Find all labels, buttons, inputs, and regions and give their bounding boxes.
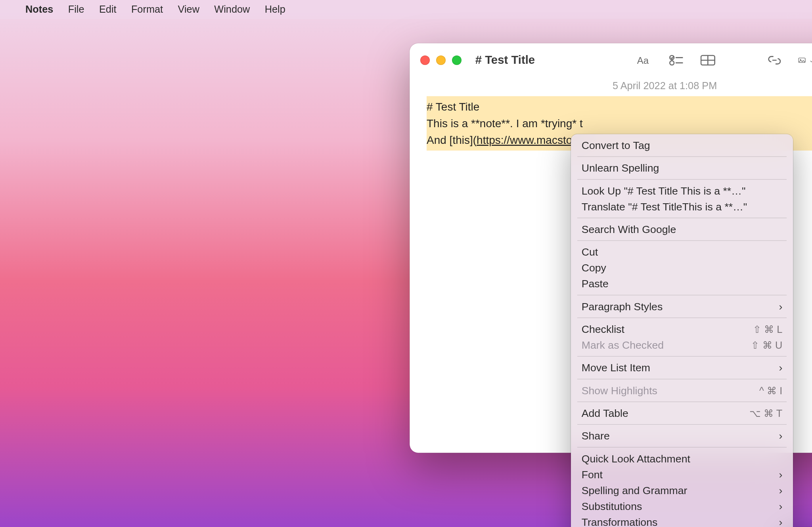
chevron-right-icon: › <box>779 484 782 496</box>
zoom-button[interactable] <box>452 55 462 65</box>
close-button[interactable] <box>420 55 430 65</box>
menubar: Notes File Edit Format View Window Help … <box>0 0 812 19</box>
menubar-file[interactable]: File <box>61 4 92 15</box>
menubar-app-name[interactable]: Notes <box>18 4 61 15</box>
window-titlebar[interactable]: # Test Title Aa ⌄ ⌄ <box>410 43 812 77</box>
svg-text:Aa: Aa <box>637 55 649 66</box>
media-icon[interactable]: ⌄ <box>798 52 812 68</box>
context-menu: Convert to Tag Unlearn Spelling Look Up … <box>571 134 793 527</box>
menubar-help[interactable]: Help <box>257 4 293 15</box>
separator <box>577 218 787 218</box>
separator <box>577 379 787 379</box>
note-link[interactable]: https://www.macstorie <box>477 134 584 146</box>
chevron-right-icon: › <box>779 362 782 374</box>
separator <box>577 157 787 157</box>
menubar-edit[interactable]: Edit <box>92 4 124 15</box>
ctx-mark-checked: Mark as Checked⇧ ⌘ U <box>571 337 793 353</box>
chevron-right-icon: › <box>779 468 782 481</box>
separator <box>577 241 787 241</box>
separator <box>577 317 787 318</box>
ctx-spelling[interactable]: Spelling and Grammar› <box>571 482 793 498</box>
separator <box>577 179 787 179</box>
ctx-share[interactable]: Share› <box>571 428 793 444</box>
chevron-right-icon: › <box>779 500 782 512</box>
note-line-1: # Test Title <box>427 98 812 115</box>
chevron-right-icon: › <box>779 300 782 313</box>
toolbar: Aa ⌄ ⌄ <box>636 52 812 68</box>
traffic-lights <box>420 55 462 65</box>
ctx-translate[interactable]: Translate "# Test TitleThis is a **…" <box>571 199 793 214</box>
minimize-button[interactable] <box>436 55 446 65</box>
ctx-quick-look[interactable]: Quick Look Attachment <box>571 451 793 466</box>
ctx-search-google[interactable]: Search With Google <box>571 221 793 237</box>
ctx-paragraph-styles[interactable]: Paragraph Styles› <box>571 298 793 314</box>
ctx-convert-to-tag[interactable]: Convert to Tag <box>571 137 793 153</box>
table-icon[interactable] <box>700 52 716 68</box>
ctx-transformations[interactable]: Transformations› <box>571 514 793 527</box>
ctx-cut[interactable]: Cut <box>571 244 793 260</box>
menubar-window[interactable]: Window <box>207 4 257 15</box>
ctx-move-list-item[interactable]: Move List Item› <box>571 360 793 376</box>
link-icon[interactable] <box>766 52 782 68</box>
ctx-add-table[interactable]: Add Table⌥ ⌘ T <box>571 405 793 421</box>
separator <box>577 356 787 357</box>
ctx-checklist[interactable]: Checklist⇧ ⌘ L <box>571 321 793 337</box>
separator <box>577 424 787 425</box>
ctx-show-highlights: Show Highlights^ ⌘ I <box>571 382 793 398</box>
ctx-unlearn-spelling[interactable]: Unlearn Spelling <box>571 160 793 176</box>
ctx-copy[interactable]: Copy <box>571 260 793 276</box>
separator <box>577 401 787 402</box>
svg-point-16 <box>670 61 674 65</box>
ctx-paste[interactable]: Paste <box>571 276 793 292</box>
ctx-substitutions[interactable]: Substitutions› <box>571 498 793 514</box>
ctx-font[interactable]: Font› <box>571 466 793 482</box>
note-timestamp: 5 April 2022 at 1:08 PM <box>410 77 812 96</box>
window-title: # Test Title <box>475 53 535 67</box>
separator <box>577 447 787 447</box>
chevron-right-icon: › <box>779 430 782 442</box>
ctx-look-up[interactable]: Look Up "# Test Title This is a **…" <box>571 183 793 199</box>
note-line-2: This is a **note**. I am *trying* t <box>427 115 812 132</box>
checklist-icon[interactable] <box>668 52 684 68</box>
chevron-right-icon: › <box>779 516 782 527</box>
separator <box>577 295 787 295</box>
menubar-format[interactable]: Format <box>124 4 170 15</box>
format-icon[interactable]: Aa <box>636 52 652 68</box>
menubar-view[interactable]: View <box>170 4 207 15</box>
